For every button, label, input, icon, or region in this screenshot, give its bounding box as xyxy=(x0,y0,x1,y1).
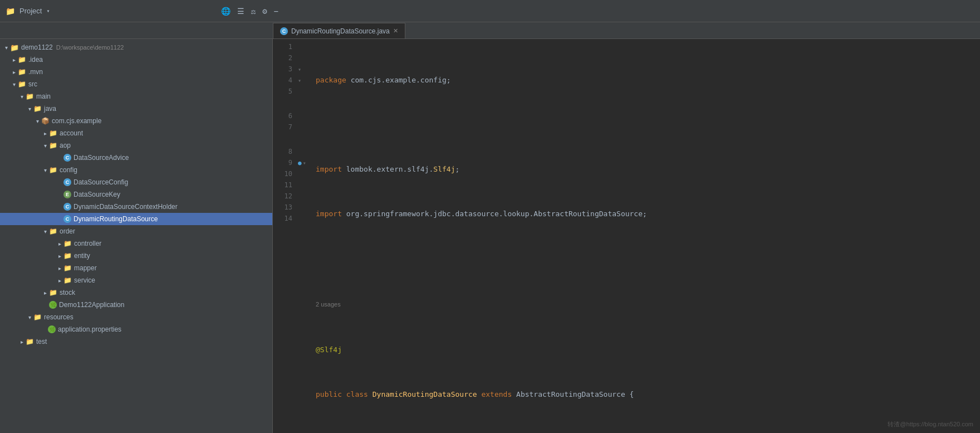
globe-icon[interactable]: 🌐 xyxy=(221,7,231,16)
tree-label-service: service xyxy=(74,276,95,284)
arrow-order xyxy=(41,228,49,235)
project-folder-icon: 📁 xyxy=(6,7,15,16)
tree-item-aop[interactable]: 📁 aop xyxy=(0,139,272,152)
tree-item-demo1122app[interactable]: 🌿 Demo1122Application xyxy=(0,299,272,311)
tree-label-stock: stock xyxy=(60,289,75,296)
list-icon[interactable]: ☰ xyxy=(237,7,244,16)
tree-item-dynamicrouting[interactable]: C DynamicRoutingDataSource xyxy=(0,213,272,225)
code-line-3: import lombok.extern.slf4j.Slf4j; xyxy=(316,164,980,175)
tree-item-idea[interactable]: 📁 .idea xyxy=(0,53,272,66)
tree-label-drds: DynamicRoutingDataSource xyxy=(74,215,158,223)
fold-marker-4[interactable]: ▾ xyxy=(298,77,301,84)
tree-label-idea: .idea xyxy=(28,56,43,64)
folder-icon-test: 📁 xyxy=(26,338,34,346)
tree-item-src[interactable]: 📁 src xyxy=(0,78,272,90)
tree-label-controller: controller xyxy=(74,240,101,247)
tree-label-demo1122: demo1122 xyxy=(21,43,53,51)
tree-label-main: main xyxy=(36,93,51,100)
tab-close-button[interactable]: ✕ xyxy=(393,27,398,35)
arrow-test xyxy=(18,339,26,345)
tree-item-dynamicdatasourcecontextholder[interactable]: C DynamicDataSourceContextHolder xyxy=(0,201,272,213)
tree-item-datasourcekey[interactable]: E DataSourceKey xyxy=(0,188,272,201)
tree-label-src: src xyxy=(28,80,37,88)
tree-label-ddsch: DynamicDataSourceContextHolder xyxy=(74,203,178,211)
folder-icon-account: 📁 xyxy=(49,129,57,137)
title-bar-icons: 🌐 ☰ ⚖ ⚙ − xyxy=(221,7,278,16)
code-line-1: package com.cjs.example.config; xyxy=(316,75,980,86)
fold-marker-9[interactable]: ▾ xyxy=(303,160,306,166)
arrow-demo1122 xyxy=(2,45,10,51)
tree-label-order: order xyxy=(60,227,75,235)
tree-item-resources[interactable]: 📁 resources xyxy=(0,311,272,323)
usages-hint-2: 2 usages xyxy=(316,298,980,311)
folder-icon-entity: 📁 xyxy=(63,252,72,260)
minimize-icon[interactable]: − xyxy=(274,7,278,16)
tree-label-mapper: mapper xyxy=(74,264,97,272)
tree-item-main[interactable]: 📁 main xyxy=(0,90,272,103)
main-container: 📁 demo1122 D:\workspace\demo1122 📁 .idea… xyxy=(0,39,980,433)
tree-label-package: com.cjs.example xyxy=(52,117,101,125)
tree-label-entity: entity xyxy=(74,252,90,260)
folder-icon-order: 📁 xyxy=(49,227,57,235)
tree-path-demo1122: D:\workspace\demo1122 xyxy=(56,44,124,51)
tree-label-datasourcekey: DataSourceKey xyxy=(74,191,120,198)
tree-item-datasourceconfig[interactable]: C DataSourceConfig xyxy=(0,176,272,188)
tree-item-mapper[interactable]: 📁 mapper xyxy=(0,262,272,274)
tab-dynamicrouting[interactable]: C DynamicRoutingDataSource.java ✕ xyxy=(273,23,405,38)
settings-icon[interactable]: ⚙ xyxy=(262,7,267,16)
tree-item-order[interactable]: 📁 order xyxy=(0,225,272,237)
line-numbers: 1 2 3 4 5 6 7 8 9 10 11 12 13 14 xyxy=(273,39,298,433)
folder-icon-mvn: 📁 xyxy=(18,68,26,76)
tree-item-test[interactable]: 📁 test xyxy=(0,335,272,348)
arrow-controller xyxy=(56,241,63,247)
tree-label-demo1122app: Demo1122Application xyxy=(59,301,124,309)
tree-item-demo1122[interactable]: 📁 demo1122 D:\workspace\demo1122 xyxy=(0,41,272,53)
tab-bar: C DynamicRoutingDataSource.java ✕ xyxy=(0,22,980,39)
code-line-6: @Slf4j xyxy=(316,344,980,356)
tree-label-datasourceconfig: DataSourceConfig xyxy=(74,178,128,186)
file-icon-datasourceconfig: C xyxy=(63,178,71,186)
filter-icon[interactable]: ⚖ xyxy=(251,7,256,16)
arrow-service xyxy=(56,278,63,284)
fold-marker-3[interactable]: ▾ xyxy=(298,66,301,72)
tree-item-account[interactable]: 📁 account xyxy=(0,127,272,139)
arrow-aop xyxy=(41,143,49,149)
folder-icon-mapper: 📁 xyxy=(63,264,72,272)
arrow-account xyxy=(41,130,49,137)
folder-icon-service: 📁 xyxy=(63,276,72,284)
tree-item-entity[interactable]: 📁 entity xyxy=(0,250,272,262)
code-editor[interactable]: 1 2 3 4 5 6 7 8 9 10 11 12 13 14 xyxy=(273,39,980,433)
arrow-resources xyxy=(26,314,33,320)
tree-label-config: config xyxy=(60,166,77,174)
tree-item-package[interactable]: 📦 com.cjs.example xyxy=(0,115,272,127)
root-folder-icon: 📁 xyxy=(10,43,19,52)
folder-icon-main: 📁 xyxy=(26,93,34,100)
code-line-7: public class DynamicRoutingDataSource ex… xyxy=(316,389,980,400)
file-icon-datasourcekey: E xyxy=(63,191,71,198)
tree-label-java: java xyxy=(44,105,56,113)
tree-item-controller[interactable]: 📁 controller xyxy=(0,237,272,250)
gutter: ▾ ▾ ● ▾ xyxy=(298,39,311,433)
tree-item-appprops[interactable]: 🌿 application.properties xyxy=(0,323,272,335)
project-dropdown-icon[interactable]: ▾ xyxy=(46,8,50,14)
tree-label-appprops: application.properties xyxy=(58,325,121,333)
title-bar-left: 📁 Project ▾ 🌐 ☰ ⚖ ⚙ − xyxy=(6,7,278,16)
arrow-src xyxy=(10,81,18,87)
title-bar: 📁 Project ▾ 🌐 ☰ ⚖ ⚙ − xyxy=(0,0,980,22)
tree-item-datasourceadvice[interactable]: C DataSourceAdvice xyxy=(0,152,272,164)
tree-item-mvn[interactable]: 📁 .mvn xyxy=(0,66,272,78)
tree-item-java[interactable]: 📁 java xyxy=(0,103,272,115)
tree-item-service[interactable]: 📁 service xyxy=(0,274,272,286)
tree-label-mvn: .mvn xyxy=(28,68,43,76)
project-sidebar[interactable]: 📁 demo1122 D:\workspace\demo1122 📁 .idea… xyxy=(0,39,273,433)
folder-icon-src: 📁 xyxy=(18,80,26,88)
folder-icon-stock: 📁 xyxy=(49,289,57,296)
project-label: Project xyxy=(19,7,42,15)
code-content[interactable]: package com.cjs.example.config; import l… xyxy=(311,39,980,433)
file-icon-demo1122app: 🌿 xyxy=(49,301,57,309)
breakpoint-9[interactable]: ● xyxy=(298,159,302,167)
tree-item-config[interactable]: 📁 config xyxy=(0,164,272,176)
tree-item-stock[interactable]: 📁 stock xyxy=(0,286,272,299)
arrow-mapper xyxy=(56,265,63,271)
tree-label-resources: resources xyxy=(44,313,74,321)
